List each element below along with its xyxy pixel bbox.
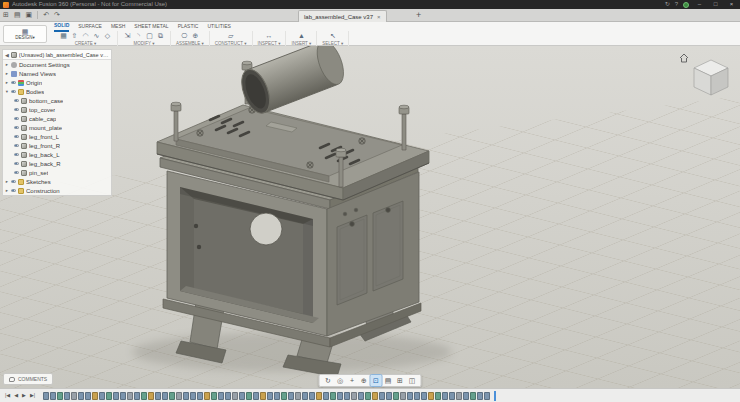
timeline-feature[interactable] bbox=[337, 392, 343, 400]
visibility-eye-icon[interactable] bbox=[14, 171, 19, 175]
timeline-feature[interactable] bbox=[190, 392, 196, 400]
browser-item-sketches[interactable]: ▸Sketches bbox=[3, 177, 111, 186]
sweep-tool-icon[interactable]: ∿ bbox=[92, 31, 101, 40]
close-tab-icon[interactable]: × bbox=[377, 14, 381, 20]
save-icon[interactable]: ▣ bbox=[26, 9, 33, 21]
job-status-icon[interactable]: ↻ bbox=[665, 0, 670, 9]
browser-item-body[interactable]: cable_cap bbox=[3, 114, 111, 123]
document-tab[interactable]: lab_assembled_Case v37 × bbox=[298, 10, 387, 22]
look-at-icon[interactable]: ◎ bbox=[335, 375, 346, 386]
tab-mesh[interactable]: MESH bbox=[111, 22, 125, 31]
tab-surface[interactable]: SURFACE bbox=[78, 22, 102, 31]
insert-mesh-tool-icon[interactable]: ▲ bbox=[297, 31, 306, 40]
browser-item-body[interactable]: leg_front_R bbox=[3, 141, 111, 150]
close-button[interactable]: × bbox=[726, 0, 737, 9]
display-settings-icon[interactable]: ▤ bbox=[383, 375, 394, 386]
browser-item-bodies[interactable]: ▾Bodies bbox=[3, 87, 111, 96]
grid-and-snaps-icon[interactable]: ⊞ bbox=[395, 375, 406, 386]
timeline-feature[interactable] bbox=[183, 392, 189, 400]
timeline-feature[interactable] bbox=[113, 392, 119, 400]
browser-item-body[interactable]: leg_front_L bbox=[3, 132, 111, 141]
visibility-eye-icon[interactable] bbox=[14, 117, 19, 121]
timeline-feature[interactable] bbox=[64, 392, 70, 400]
home-icon[interactable] bbox=[680, 54, 688, 62]
fillet-tool-icon[interactable]: ◝ bbox=[134, 31, 143, 40]
browser-item-body[interactable]: bottom_case bbox=[3, 96, 111, 105]
browser-item-body[interactable]: leg_back_L bbox=[3, 150, 111, 159]
browser-item-construction[interactable]: ▸Construction bbox=[3, 186, 111, 195]
file-menu-icon[interactable]: ▤ bbox=[14, 9, 21, 21]
timeline-feature[interactable] bbox=[239, 392, 245, 400]
measure-tool-icon[interactable]: ↔ bbox=[264, 31, 273, 40]
extrude-tool-icon[interactable]: ⇧ bbox=[70, 31, 79, 40]
expand-arrow-icon[interactable]: ▸ bbox=[5, 71, 9, 76]
browser-item-named-views[interactable]: ▸Named Views bbox=[3, 69, 111, 78]
timeline-feature[interactable] bbox=[365, 392, 371, 400]
timeline-feature[interactable] bbox=[456, 392, 462, 400]
timeline-feature[interactable] bbox=[92, 392, 98, 400]
undo-icon[interactable]: ↶ bbox=[43, 9, 49, 21]
timeline-feature[interactable] bbox=[330, 392, 336, 400]
browser-item-body[interactable]: mount_plate bbox=[3, 123, 111, 132]
cylinder-cap[interactable] bbox=[236, 46, 349, 117]
construct-plane-tool-icon[interactable]: ▱ bbox=[226, 31, 235, 40]
timeline-feature[interactable] bbox=[204, 392, 210, 400]
comments-bar[interactable]: COMMENTS bbox=[3, 373, 53, 385]
visibility-eye-icon[interactable] bbox=[11, 90, 16, 94]
timeline-feature[interactable] bbox=[309, 392, 315, 400]
timeline-feature[interactable] bbox=[316, 392, 322, 400]
expand-arrow-icon[interactable]: ▾ bbox=[5, 89, 9, 94]
new-tab-button[interactable]: + bbox=[416, 9, 421, 22]
go-to-start-button[interactable]: |◀ bbox=[4, 389, 11, 402]
timeline-feature[interactable] bbox=[50, 392, 56, 400]
zoom-icon[interactable]: ⊕ bbox=[359, 375, 370, 386]
shell-tool-icon[interactable]: ▢ bbox=[145, 31, 154, 40]
visibility-eye-icon[interactable] bbox=[14, 126, 19, 130]
timeline-feature[interactable] bbox=[211, 392, 217, 400]
select-tool-icon[interactable]: ↖ bbox=[328, 31, 337, 40]
timeline-feature[interactable] bbox=[155, 392, 161, 400]
timeline-feature[interactable] bbox=[470, 392, 476, 400]
timeline-feature[interactable] bbox=[477, 392, 483, 400]
combine-tool-icon[interactable]: ⧉ bbox=[156, 31, 165, 40]
browser-header[interactable]: ◀ (Unsaved) lab_assembled_Case v37 bbox=[3, 50, 111, 60]
browser-item-body[interactable]: top_cover bbox=[3, 105, 111, 114]
visibility-eye-icon[interactable] bbox=[14, 108, 19, 112]
timeline-feature[interactable] bbox=[85, 392, 91, 400]
timeline-feature[interactable] bbox=[372, 392, 378, 400]
timeline-feature[interactable] bbox=[323, 392, 329, 400]
timeline-feature[interactable] bbox=[43, 392, 49, 400]
timeline-feature[interactable] bbox=[386, 392, 392, 400]
timeline-feature[interactable] bbox=[162, 392, 168, 400]
timeline-feature[interactable] bbox=[484, 392, 490, 400]
timeline-feature[interactable] bbox=[288, 392, 294, 400]
visibility-eye-icon[interactable] bbox=[14, 135, 19, 139]
browser-item-document-settings[interactable]: ▸Document Settings bbox=[3, 60, 111, 69]
loft-tool-icon[interactable]: ◇ bbox=[103, 31, 112, 40]
timeline-feature[interactable] bbox=[274, 392, 280, 400]
timeline-feature[interactable] bbox=[400, 392, 406, 400]
go-to-end-button[interactable]: ▶| bbox=[29, 389, 36, 402]
browser-item-body[interactable]: leg_back_R bbox=[3, 159, 111, 168]
visibility-eye-icon[interactable] bbox=[11, 180, 16, 184]
timeline-feature[interactable] bbox=[148, 392, 154, 400]
viewports-icon[interactable]: ◫ bbox=[407, 375, 418, 386]
timeline-feature[interactable] bbox=[134, 392, 140, 400]
timeline-feature[interactable] bbox=[78, 392, 84, 400]
revolve-tool-icon[interactable]: ◠ bbox=[81, 31, 90, 40]
timeline-feature[interactable] bbox=[260, 392, 266, 400]
timeline-feature[interactable] bbox=[197, 392, 203, 400]
timeline-feature[interactable] bbox=[407, 392, 413, 400]
timeline-playhead[interactable] bbox=[494, 391, 496, 401]
timeline-feature[interactable] bbox=[225, 392, 231, 400]
browser-item-origin[interactable]: ▸Origin bbox=[3, 78, 111, 87]
timeline-feature[interactable] bbox=[421, 392, 427, 400]
timeline-feature[interactable] bbox=[463, 392, 469, 400]
timeline-feature[interactable] bbox=[428, 392, 434, 400]
timeline-feature[interactable] bbox=[232, 392, 238, 400]
maximize-button[interactable]: □ bbox=[710, 0, 721, 9]
visibility-eye-icon[interactable] bbox=[14, 144, 19, 148]
timeline-feature[interactable] bbox=[71, 392, 77, 400]
timeline-feature[interactable] bbox=[379, 392, 385, 400]
expand-arrow-icon[interactable]: ▸ bbox=[5, 179, 9, 184]
